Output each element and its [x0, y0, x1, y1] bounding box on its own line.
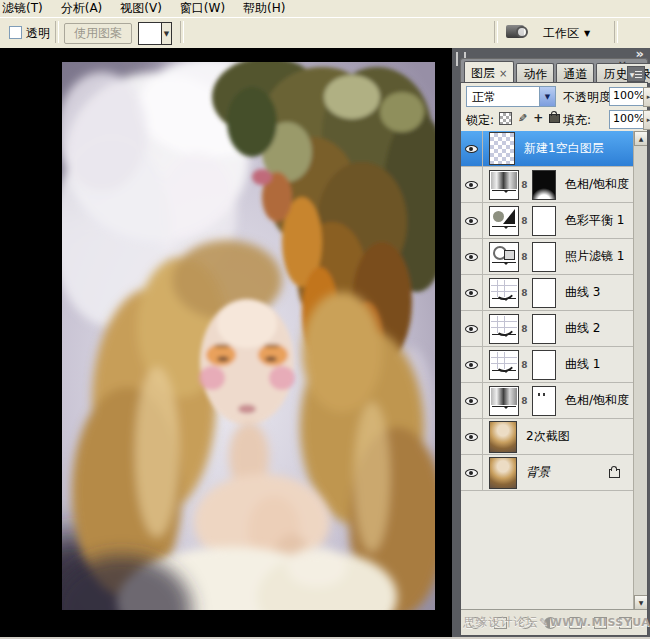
menu-view[interactable]: 视图(V) [111, 0, 171, 17]
layer-mask-thumbnail[interactable] [532, 242, 556, 272]
layer-row[interactable]: 8照片滤镜 1 [461, 239, 634, 275]
layer-name[interactable]: 照片滤镜 1 [565, 248, 624, 265]
layer-row[interactable]: 8色相/饱和度 1 [461, 383, 634, 419]
panel-bottom-bar: 思缘设计论坛✎WWW.MISSYUAN.COM [461, 609, 647, 635]
adjustment-slider-icon [492, 370, 516, 376]
transparent-checkbox[interactable] [9, 26, 22, 39]
options-separator [180, 21, 184, 43]
blend-row: 正常 ▼ 不透明度: 100% ▸ [461, 83, 647, 108]
use-pattern-button[interactable]: 使用图案 [64, 23, 132, 44]
adjustment-slider-icon [492, 262, 516, 268]
opacity-spinner-icon[interactable]: ▸ [643, 87, 650, 107]
layer-name[interactable]: 色相/饱和度 2 [565, 176, 641, 193]
panel-menu-button[interactable]: ▼ [627, 66, 645, 82]
layer-name[interactable]: 色彩平衡 1 [565, 212, 624, 229]
options-separator [494, 21, 498, 43]
layer-thumbnail[interactable] [489, 278, 519, 308]
layer-row[interactable]: 2次截图 [461, 419, 634, 455]
layer-row[interactable]: 8曲线 1 [461, 347, 634, 383]
blend-mode-dropdown[interactable]: 正常 ▼ [466, 86, 556, 107]
visibility-toggle[interactable] [461, 239, 483, 274]
tab-channels[interactable]: 通道 [556, 63, 594, 83]
menu-bar: 滤镜(T) 分析(A) 视图(V) 窗口(W) 帮助(H) [0, 0, 650, 18]
layer-row[interactable]: 8色彩平衡 1 [461, 203, 634, 239]
menu-filter[interactable]: 滤镜(T) [0, 0, 52, 17]
fill-spinner-icon[interactable]: ▸ [643, 110, 650, 130]
layer-thumbnail[interactable] [489, 350, 519, 380]
document-canvas[interactable] [0, 48, 455, 637]
layer-row[interactable]: 8色相/饱和度 2 [461, 167, 634, 203]
menu-window[interactable]: 窗口(W) [171, 0, 234, 17]
layer-row[interactable]: 8曲线 2 [461, 311, 634, 347]
layer-mask-thumbnail[interactable] [532, 314, 556, 344]
layer-row[interactable]: 背景 [461, 455, 634, 491]
tab-actions[interactable]: 动作 [516, 63, 554, 83]
panel-menu-arrow-icon: ▼ [630, 71, 635, 78]
visibility-toggle[interactable] [461, 203, 483, 238]
layer-mask-thumbnail[interactable] [532, 278, 556, 308]
layer-thumbnail[interactable] [489, 314, 519, 344]
eye-icon [465, 430, 478, 443]
tab-layers[interactable]: 图层 × [464, 61, 514, 83]
lock-transparency-icon[interactable] [499, 112, 512, 125]
layer-mask-thumbnail[interactable] [532, 350, 556, 380]
link-mask-icon: 8 [519, 360, 530, 370]
blend-dropdown-arrow-icon[interactable]: ▼ [539, 87, 555, 106]
adjustment-slider-icon [492, 406, 516, 412]
layer-name[interactable]: 新建1空白图层 [524, 140, 604, 157]
layer-name[interactable]: 色相/饱和度 1 [565, 392, 641, 409]
layers-scrollbar[interactable]: ▲ ▼ [633, 131, 647, 610]
layer-mask-thumbnail[interactable] [532, 206, 556, 236]
visibility-toggle[interactable] [461, 347, 483, 382]
visibility-toggle[interactable] [461, 311, 483, 346]
go-to-bridge-icon[interactable] [506, 25, 524, 38]
menu-analysis[interactable]: 分析(A) [52, 0, 112, 17]
layer-row[interactable]: 新建1空白图层 [461, 131, 634, 167]
layer-thumbnail[interactable] [489, 170, 519, 200]
layer-thumbnail[interactable] [489, 457, 517, 489]
lock-pixels-icon[interactable]: ✎ [518, 113, 527, 124]
watermark-site-url: WWW.MISSYUAN.COM [550, 616, 650, 629]
layer-name[interactable]: 曲线 1 [565, 356, 600, 373]
pattern-picker[interactable]: ▼ [138, 22, 172, 45]
link-mask-icon: 8 [519, 180, 530, 190]
layer-name[interactable]: 曲线 2 [565, 320, 600, 337]
visibility-toggle[interactable] [461, 275, 483, 310]
visibility-toggle[interactable] [461, 455, 483, 490]
visibility-toggle[interactable] [461, 419, 483, 454]
layer-row[interactable]: 8曲线 3 [461, 275, 634, 311]
menu-help[interactable]: 帮助(H) [234, 0, 294, 17]
link-mask-icon: 8 [519, 396, 530, 406]
layer-thumbnail[interactable] [489, 242, 519, 272]
layer-thumbnail[interactable] [489, 206, 519, 236]
fill-input[interactable]: 100% [609, 110, 647, 129]
fill-label: 填充: [563, 112, 591, 129]
layer-thumbnail[interactable] [489, 386, 519, 416]
layer-mask-thumbnail[interactable] [532, 386, 556, 416]
layer-name[interactable]: 背景 [526, 464, 550, 481]
lock-position-icon[interactable]: + [533, 113, 543, 124]
eye-icon [465, 142, 478, 155]
adjustment-slider-icon [492, 226, 516, 232]
visibility-toggle[interactable] [461, 131, 483, 166]
adjustment-slider-icon [492, 190, 516, 196]
adjustment-slider-icon [492, 298, 516, 304]
layer-name[interactable]: 2次截图 [526, 428, 570, 445]
tab-close-icon[interactable]: × [499, 68, 507, 79]
layer-mask-thumbnail[interactable] [532, 170, 556, 200]
scroll-up-icon[interactable]: ▲ [634, 131, 647, 146]
layer-thumbnail[interactable] [489, 421, 517, 453]
layer-name[interactable]: 曲线 3 [565, 284, 600, 301]
lock-all-icon[interactable] [549, 114, 560, 123]
visibility-toggle[interactable] [461, 167, 483, 202]
workspace-dropdown[interactable]: 工作区 ▼ [543, 25, 590, 42]
opacity-label: 不透明度: [563, 89, 615, 106]
watermark-site-name: 思缘设计论坛 [463, 615, 538, 629]
scroll-down-icon[interactable]: ▼ [634, 595, 647, 610]
visibility-toggle[interactable] [461, 383, 483, 418]
blend-mode-value: 正常 [467, 87, 539, 106]
layer-thumbnail[interactable] [489, 132, 515, 165]
pattern-dropdown-arrow-icon[interactable]: ▼ [162, 23, 171, 44]
eye-icon [465, 250, 478, 263]
opacity-input[interactable]: 100% [609, 87, 647, 106]
